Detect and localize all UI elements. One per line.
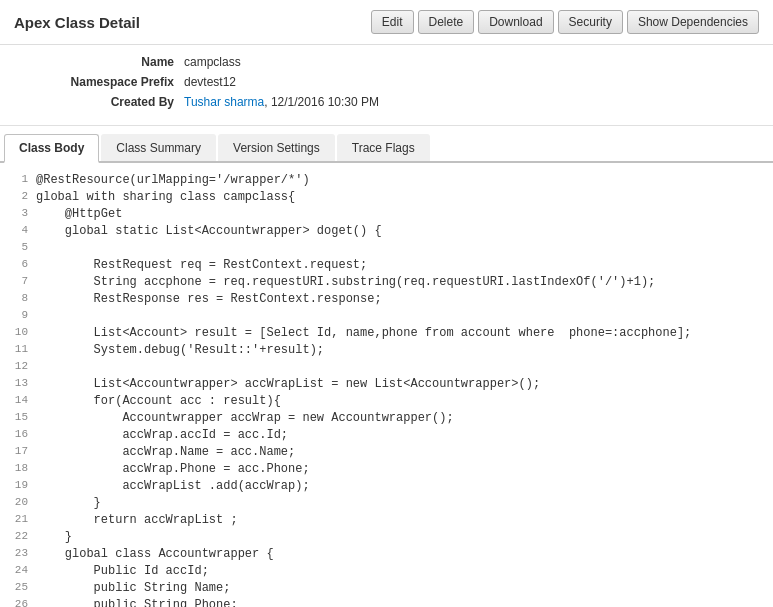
line-number: 7 <box>0 275 36 292</box>
code-line: 20 } <box>0 496 773 513</box>
code-line: 23 global class Accountwrapper { <box>0 547 773 564</box>
line-content: System.debug('Result::'+result); <box>36 343 324 360</box>
tab-class-summary[interactable]: Class Summary <box>101 134 216 161</box>
line-number: 12 <box>0 360 36 377</box>
download-button[interactable]: Download <box>478 10 553 34</box>
line-content: } <box>36 530 72 547</box>
line-content: global class Accountwrapper { <box>36 547 274 564</box>
tabs-bar: Class Body Class Summary Version Setting… <box>0 134 773 163</box>
code-line: 15 Accountwrapper accWrap = new Accountw… <box>0 411 773 428</box>
code-line: 24 Public Id accId; <box>0 564 773 581</box>
code-line: 7 String accphone = req.requestURI.subst… <box>0 275 773 292</box>
created-by-link[interactable]: Tushar sharma <box>184 95 264 109</box>
code-line: 16 accWrap.accId = acc.Id; <box>0 428 773 445</box>
line-content: @HttpGet <box>36 207 122 224</box>
code-line: 25 public String Name; <box>0 581 773 598</box>
created-by-label: Created By <box>14 95 174 109</box>
line-content: } <box>36 496 101 513</box>
created-by-value: Tushar sharma, 12/1/2016 10:30 PM <box>184 95 379 109</box>
code-line: 9 <box>0 309 773 326</box>
code-line: 22 } <box>0 530 773 547</box>
edit-button[interactable]: Edit <box>371 10 414 34</box>
code-line: 10 List<Account> result = [Select Id, na… <box>0 326 773 343</box>
line-number: 22 <box>0 530 36 547</box>
security-button[interactable]: Security <box>558 10 623 34</box>
line-content: public String Name; <box>36 581 230 598</box>
action-buttons: Edit Delete Download Security Show Depen… <box>371 10 759 34</box>
line-number: 21 <box>0 513 36 530</box>
namespace-label: Namespace Prefix <box>14 75 174 89</box>
line-number: 23 <box>0 547 36 564</box>
line-number: 5 <box>0 241 36 258</box>
page-title: Apex Class Detail <box>14 14 140 31</box>
line-content: Public Id accId; <box>36 564 209 581</box>
line-number: 17 <box>0 445 36 462</box>
code-line: 8 RestResponse res = RestContext.respons… <box>0 292 773 309</box>
namespace-value: devtest12 <box>184 75 236 89</box>
line-content: String accphone = req.requestURI.substri… <box>36 275 655 292</box>
code-line: 19 accWrapList .add(accWrap); <box>0 479 773 496</box>
code-line: 13 List<Accountwrapper> accWrapList = ne… <box>0 377 773 394</box>
line-number: 24 <box>0 564 36 581</box>
code-line: 2global with sharing class campclass{ <box>0 190 773 207</box>
line-number: 2 <box>0 190 36 207</box>
line-number: 13 <box>0 377 36 394</box>
line-content: accWrap.Phone = acc.Phone; <box>36 462 310 479</box>
line-number: 25 <box>0 581 36 598</box>
line-number: 3 <box>0 207 36 224</box>
line-content: return accWrapList ; <box>36 513 238 530</box>
code-line: 3 @HttpGet <box>0 207 773 224</box>
tab-version-settings[interactable]: Version Settings <box>218 134 335 161</box>
line-number: 9 <box>0 309 36 326</box>
line-content: RestRequest req = RestContext.request; <box>36 258 367 275</box>
created-by-row: Created By Tushar sharma, 12/1/2016 10:3… <box>14 95 759 109</box>
page-header: Apex Class Detail Edit Delete Download S… <box>0 0 773 45</box>
line-number: 19 <box>0 479 36 496</box>
line-number: 16 <box>0 428 36 445</box>
name-value: campclass <box>184 55 241 69</box>
line-number: 20 <box>0 496 36 513</box>
line-content: List<Accountwrapper> accWrapList = new L… <box>36 377 540 394</box>
line-number: 8 <box>0 292 36 309</box>
created-date: , 12/1/2016 10:30 PM <box>264 95 379 109</box>
line-content: @RestResource(urlMapping='/wrapper/*') <box>36 173 310 190</box>
code-line: 5 <box>0 241 773 258</box>
tab-trace-flags[interactable]: Trace Flags <box>337 134 430 161</box>
line-number: 1 <box>0 173 36 190</box>
line-content: List<Account> result = [Select Id, name,… <box>36 326 691 343</box>
line-content: RestResponse res = RestContext.response; <box>36 292 382 309</box>
name-row: Name campclass <box>14 55 759 69</box>
line-content: Accountwrapper accWrap = new Accountwrap… <box>36 411 454 428</box>
line-content: public String Phone; <box>36 598 238 607</box>
line-number: 26 <box>0 598 36 607</box>
code-line: 21 return accWrapList ; <box>0 513 773 530</box>
line-content: global with sharing class campclass{ <box>36 190 295 207</box>
code-line: 14 for(Account acc : result){ <box>0 394 773 411</box>
line-number: 11 <box>0 343 36 360</box>
code-line: 1@RestResource(urlMapping='/wrapper/*') <box>0 173 773 190</box>
code-line: 17 accWrap.Name = acc.Name; <box>0 445 773 462</box>
code-area: 1@RestResource(urlMapping='/wrapper/*')2… <box>0 163 773 607</box>
delete-button[interactable]: Delete <box>418 10 475 34</box>
code-line: 6 RestRequest req = RestContext.request; <box>0 258 773 275</box>
line-number: 15 <box>0 411 36 428</box>
code-line: 12 <box>0 360 773 377</box>
line-number: 18 <box>0 462 36 479</box>
namespace-row: Namespace Prefix devtest12 <box>14 75 759 89</box>
line-content: accWrap.accId = acc.Id; <box>36 428 288 445</box>
line-number: 6 <box>0 258 36 275</box>
code-line: 26 public String Phone; <box>0 598 773 607</box>
detail-section: Name campclass Namespace Prefix devtest1… <box>0 45 773 126</box>
show-dependencies-button[interactable]: Show Dependencies <box>627 10 759 34</box>
line-number: 10 <box>0 326 36 343</box>
tab-class-body[interactable]: Class Body <box>4 134 99 163</box>
code-line: 18 accWrap.Phone = acc.Phone; <box>0 462 773 479</box>
code-line: 4 global static List<Accountwrapper> dog… <box>0 224 773 241</box>
line-content: for(Account acc : result){ <box>36 394 281 411</box>
line-number: 14 <box>0 394 36 411</box>
name-label: Name <box>14 55 174 69</box>
code-line: 11 System.debug('Result::'+result); <box>0 343 773 360</box>
line-content: accWrap.Name = acc.Name; <box>36 445 295 462</box>
line-number: 4 <box>0 224 36 241</box>
line-content: global static List<Accountwrapper> doget… <box>36 224 382 241</box>
